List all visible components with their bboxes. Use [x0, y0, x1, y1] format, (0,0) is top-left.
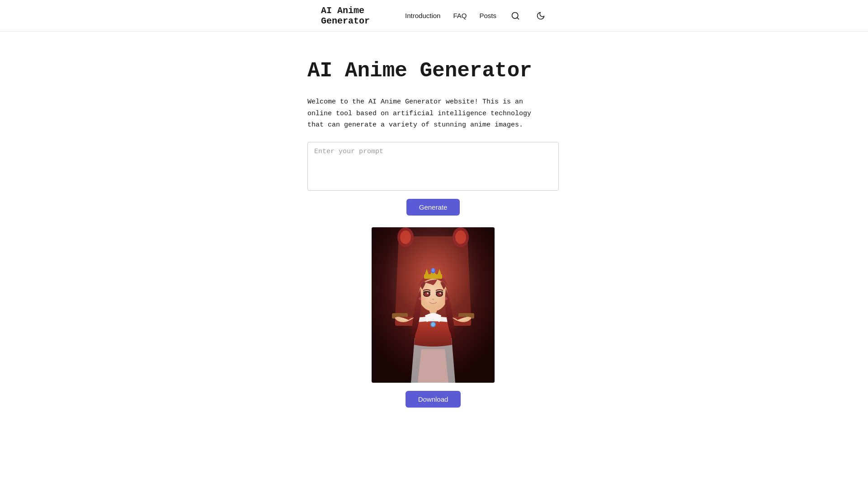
nav-posts[interactable]: Posts: [479, 12, 496, 19]
page-description: Welcome to the AI Anime Generator websit…: [307, 96, 552, 131]
navbar: AI Anime Generator Introduction FAQ Post…: [0, 0, 868, 32]
search-icon: [511, 11, 520, 20]
main-content: AI Anime Generator Welcome to the AI Ani…: [307, 32, 561, 435]
generated-image: [372, 227, 495, 383]
nav-faq[interactable]: FAQ: [453, 12, 467, 19]
moon-icon: [536, 11, 545, 20]
svg-line-1: [517, 17, 519, 19]
page-title: AI Anime Generator: [307, 59, 532, 84]
download-button[interactable]: Download: [406, 391, 461, 408]
svg-rect-28: [372, 227, 495, 383]
dark-mode-button[interactable]: [534, 9, 547, 22]
site-logo[interactable]: AI Anime Generator: [321, 5, 405, 26]
search-button[interactable]: [509, 9, 522, 22]
prompt-input[interactable]: [307, 142, 559, 191]
generate-btn-wrapper: Generate: [307, 199, 559, 216]
download-btn-wrapper: Download: [307, 391, 559, 408]
nav-links: Introduction FAQ Posts: [405, 9, 547, 22]
anime-image-wrapper: [307, 227, 559, 383]
generate-button[interactable]: Generate: [406, 199, 460, 216]
nav-introduction[interactable]: Introduction: [405, 12, 440, 19]
anime-illustration: [372, 227, 495, 383]
